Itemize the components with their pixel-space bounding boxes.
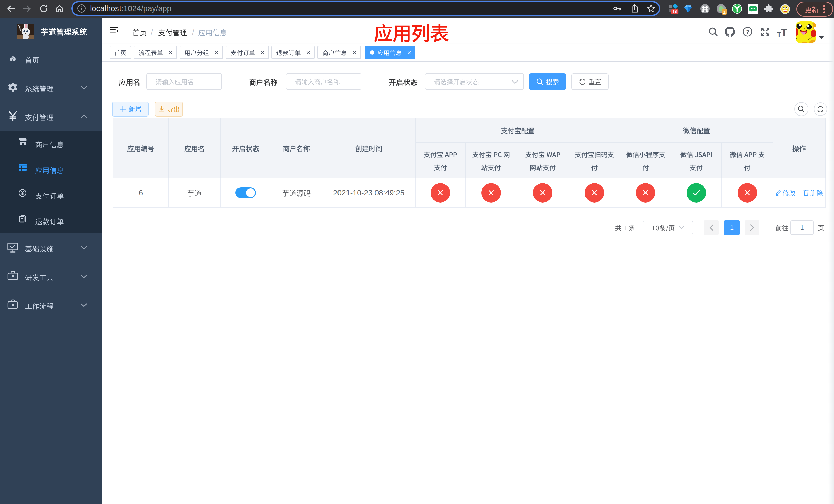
svg-text:?: ? <box>746 29 749 35</box>
svg-text:1: 1 <box>723 9 726 15</box>
svg-text:10: 10 <box>673 9 677 14</box>
